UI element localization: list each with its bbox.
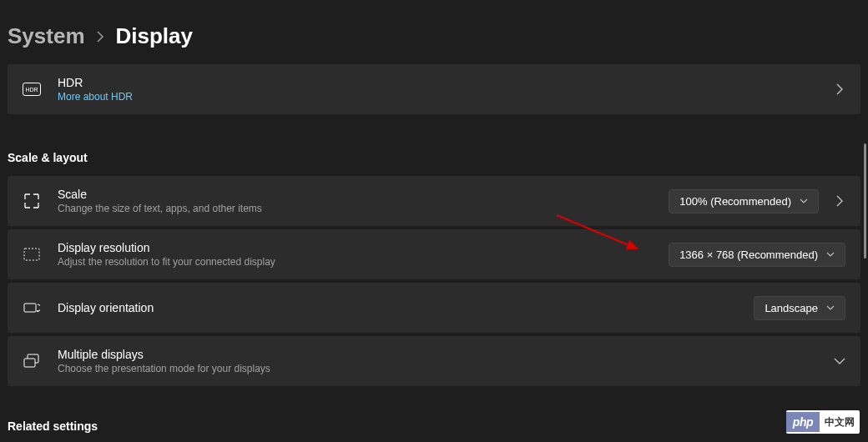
resolution-title: Display resolution xyxy=(58,241,660,254)
orientation-dropdown[interactable]: Landscape xyxy=(754,296,845,320)
svg-rect-2 xyxy=(24,249,39,260)
multiple-sub: Choose the presentation mode for your di… xyxy=(58,363,819,374)
scale-icon xyxy=(23,192,41,210)
chevron-down-icon xyxy=(826,304,835,312)
svg-rect-5 xyxy=(24,359,35,367)
chevron-down-icon xyxy=(834,358,845,364)
svg-text:HDR: HDR xyxy=(25,87,38,93)
chevron-down-icon xyxy=(800,197,808,205)
scale-sub: Change the size of text, apps, and other… xyxy=(58,203,660,214)
related-settings-header: Related settings xyxy=(8,389,860,442)
watermark-logo: php xyxy=(786,412,820,432)
orientation-title: Display orientation xyxy=(58,301,745,314)
orientation-icon xyxy=(23,299,41,317)
scale-title: Scale xyxy=(58,188,660,201)
svg-rect-3 xyxy=(24,304,36,312)
breadcrumb-parent[interactable]: System xyxy=(8,23,85,49)
resolution-value: 1366 × 768 (Recommended) xyxy=(679,249,818,261)
hdr-title: HDR xyxy=(58,76,819,89)
resolution-sub: Adjust the resolution to fit your connec… xyxy=(58,256,660,268)
scrollbar[interactable] xyxy=(864,143,866,259)
hdr-card[interactable]: HDR HDR More about HDR xyxy=(8,64,860,114)
scale-layout-header: Scale & layout xyxy=(8,118,860,176)
chevron-right-icon xyxy=(834,83,845,95)
resolution-dropdown[interactable]: 1366 × 768 (Recommended) xyxy=(669,243,845,267)
breadcrumb-current: Display xyxy=(116,23,194,49)
hdr-icon: HDR xyxy=(23,80,41,98)
breadcrumb: System Display xyxy=(0,0,868,64)
orientation-value: Landscape xyxy=(765,302,818,314)
multiple-displays-icon xyxy=(23,352,41,370)
chevron-right-icon xyxy=(97,31,104,43)
orientation-card[interactable]: Display orientation Landscape xyxy=(8,283,860,333)
hdr-more-link[interactable]: More about HDR xyxy=(58,91,819,103)
resolution-icon xyxy=(23,245,41,264)
watermark: php 中文网 xyxy=(786,410,860,434)
scale-dropdown[interactable]: 100% (Recommended) xyxy=(669,189,819,213)
scale-value: 100% (Recommended) xyxy=(679,195,791,208)
chevron-down-icon xyxy=(826,250,835,259)
watermark-text: 中文网 xyxy=(820,415,860,429)
chevron-right-icon xyxy=(834,195,845,207)
resolution-card[interactable]: Display resolution Adjust the resolution… xyxy=(8,229,860,279)
multiple-title: Multiple displays xyxy=(58,348,819,361)
scale-card[interactable]: Scale Change the size of text, apps, and… xyxy=(8,176,860,226)
multiple-displays-card[interactable]: Multiple displays Choose the presentatio… xyxy=(8,336,860,386)
